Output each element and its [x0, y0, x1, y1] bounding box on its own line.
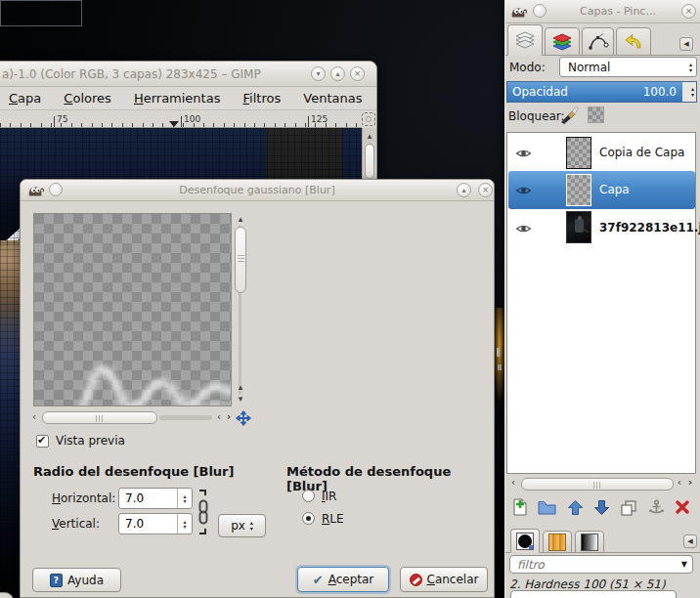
menu-colores[interactable]: Colores: [55, 87, 119, 109]
layer-row-capa[interactable]: Capa: [508, 171, 695, 209]
scroll-up-icon[interactable]: ▴: [363, 130, 376, 142]
close-icon[interactable]: ×: [350, 66, 365, 81]
duplicate-layer-icon[interactable]: [620, 499, 637, 516]
tab-channels[interactable]: [545, 27, 580, 56]
scroll-down-icon[interactable]: ▾: [235, 393, 246, 405]
tab-gradients[interactable]: [575, 531, 604, 553]
visibility-eye-icon[interactable]: [515, 185, 532, 196]
vertical-spinbox[interactable]: ▴ ▾: [118, 513, 193, 534]
blur-preview[interactable]: [33, 213, 232, 406]
scrollbar-thumb[interactable]: [521, 478, 674, 491]
spin-down-icon[interactable]: ▾: [183, 524, 186, 529]
menu-herramientas[interactable]: Herramientas: [125, 87, 230, 109]
lock-paint-brush-icon[interactable]: [559, 106, 581, 125]
layer-name[interactable]: Copia de Capa: [599, 146, 684, 159]
spin-down-icon[interactable]: ▾: [691, 92, 694, 98]
combo-down-icon: ▾: [250, 526, 253, 532]
help-button[interactable]: ? Ayuda: [32, 568, 121, 592]
tab-patterns[interactable]: [543, 531, 572, 553]
scroll-left-icon[interactable]: ‹: [28, 411, 40, 423]
brush-filter-box[interactable]: ▼: [509, 555, 693, 574]
panel-menu-icon[interactable]: ◀: [683, 534, 697, 548]
paths-icon: [588, 32, 609, 52]
horizontal-spinbox[interactable]: ▴ ▾: [118, 488, 193, 509]
visibility-eye-icon[interactable]: [515, 223, 532, 235]
layer-name[interactable]: 37f922813e11.jpg: [599, 221, 700, 235]
dock-tabs: ◀: [505, 23, 700, 56]
lower-layer-icon[interactable]: [593, 499, 610, 516]
layers-panel-titlebar[interactable]: Capas - Pinc... ×: [505, 0, 700, 23]
preview-hscrollbar[interactable]: ‹ ‹ ›: [28, 410, 247, 426]
menu-filtros[interactable]: Filtros: [235, 87, 290, 109]
scroll-up-icon[interactable]: ▴: [235, 213, 246, 225]
scrollbar-thumb[interactable]: [235, 227, 246, 293]
selection-corner-icon[interactable]: [362, 112, 375, 126]
preview-checkbox-label[interactable]: Vista previa: [56, 434, 125, 448]
anchor-icon[interactable]: [648, 499, 665, 516]
dialog-close-icon[interactable]: ×: [478, 183, 493, 197]
ok-button[interactable]: ✔ Aceptar: [297, 567, 389, 592]
rle-radio-label[interactable]: RLE: [322, 512, 344, 526]
tab-brushes[interactable]: [510, 529, 540, 553]
panel-menu-icon[interactable]: ◀: [679, 37, 693, 51]
scroll-up-icon[interactable]: ▴: [235, 381, 246, 393]
scroll-left-icon[interactable]: ‹: [214, 411, 224, 423]
scroll-left-icon[interactable]: ‹: [508, 477, 518, 489]
dropdown-icon[interactable]: ▼: [681, 560, 687, 569]
brush-filter-input[interactable]: [512, 557, 674, 572]
preview-checkbox[interactable]: ✔: [36, 435, 49, 448]
chain-link-icon[interactable]: [197, 499, 210, 525]
delete-layer-icon[interactable]: [675, 499, 690, 515]
brush-status: 2. Hardness 100 (51 × 51): [509, 577, 666, 591]
scroll-right-icon[interactable]: ›: [224, 411, 234, 423]
maximize-icon[interactable]: ▴: [330, 66, 345, 81]
scroll-left-icon[interactable]: ‹: [675, 477, 684, 489]
unit-combobox[interactable]: px ▴ ▾: [218, 514, 266, 537]
mode-value: Normal: [568, 61, 610, 74]
iir-radio[interactable]: [302, 490, 315, 502]
layer-thumbnail[interactable]: [566, 137, 591, 169]
gaussian-blur-dialog: Desenfoque gaussiano [Blur] ▴ × ▴ ▴ ▾ ‹: [20, 179, 495, 598]
chain-bottom-bracket: [199, 529, 206, 534]
lock-alpha-icon[interactable]: [588, 107, 604, 123]
minimize-icon[interactable]: ▾: [311, 66, 326, 81]
layer-row-jpg[interactable]: 37f922813e11.jpg: [508, 210, 694, 245]
layer-name[interactable]: Capa: [599, 183, 630, 196]
iir-radio-label[interactable]: IIR: [322, 490, 336, 503]
dialog-maximize-icon[interactable]: ▴: [457, 183, 471, 197]
preview-vscrollbar[interactable]: ▴ ▴ ▾: [234, 213, 247, 406]
scroll-right-icon[interactable]: ›: [685, 477, 695, 489]
raise-layer-icon[interactable]: [567, 499, 584, 516]
gimp-window-titlebar[interactable]: a)-1.0 (Color RGB, 3 capas) 283x425 – GI…: [0, 62, 376, 87]
scrollbar-thumb[interactable]: [365, 144, 374, 179]
panel-close-icon[interactable]: ×: [681, 4, 696, 19]
new-layer-icon[interactable]: [512, 498, 528, 516]
menu-ventanas[interactable]: Ventanas: [294, 87, 371, 109]
blur-dialog-titlebar[interactable]: Desenfoque gaussiano [Blur] ▴ ×: [21, 180, 494, 201]
blur-dialog-title: Desenfoque gaussiano [Blur]: [21, 184, 494, 196]
opacity-slider[interactable]: Opacidad 100.0 ▴ ▾: [506, 81, 697, 103]
layer-thumbnail[interactable]: [566, 211, 591, 243]
rle-radio[interactable]: [302, 512, 315, 525]
mode-combobox[interactable]: Normal ▴ ▾: [559, 57, 697, 77]
new-group-folder-icon[interactable]: [538, 499, 556, 515]
tab-paths[interactable]: [582, 27, 614, 56]
vertical-input[interactable]: [119, 514, 176, 534]
scrollbar-track[interactable]: [159, 415, 212, 420]
spin-down-icon[interactable]: ▾: [183, 498, 186, 503]
layer-thumbnail[interactable]: [566, 174, 591, 206]
panel-shade-icon[interactable]: [533, 4, 547, 18]
horizontal-input[interactable]: [119, 489, 176, 508]
visibility-eye-icon[interactable]: [515, 148, 532, 159]
tab-layers[interactable]: [507, 24, 543, 56]
menu-capa[interactable]: Capa: [0, 87, 50, 109]
radius-heading: Radio del desenfoque [Blur]: [33, 464, 234, 479]
ruler-mark-125: 125: [311, 114, 328, 124]
pan-move-icon[interactable]: [236, 410, 251, 426]
cancel-button[interactable]: Cancelar: [400, 567, 488, 592]
scrollbar-thumb[interactable]: [42, 411, 157, 424]
list-hscrollbar[interactable]: ‹ ‹ ›: [505, 477, 697, 491]
tab-undo-history[interactable]: [616, 27, 651, 56]
blurred-strokes: [34, 214, 232, 406]
layer-row-copia-de-capa[interactable]: Copia de Capa: [508, 135, 694, 171]
